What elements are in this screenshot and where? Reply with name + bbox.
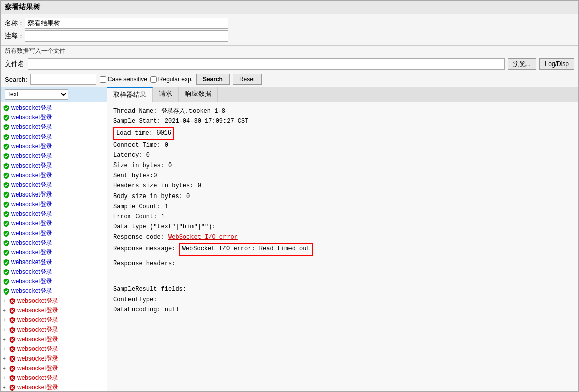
tree-item[interactable]: websocket登录 <box>1 122 107 132</box>
file-input[interactable] <box>28 58 505 70</box>
tree-item[interactable]: websocket登录 <box>1 190 107 200</box>
title-bar: 察看结果树 <box>1 1 578 14</box>
case-sensitive-checkbox[interactable] <box>100 76 106 83</box>
file-label: 文件名 <box>5 59 25 69</box>
tree-item[interactable]: + websocket登录 <box>1 383 107 391</box>
tab-sampler-result[interactable]: 取样器结果 <box>107 87 153 102</box>
tree-item[interactable]: + websocket登录 <box>1 296 107 306</box>
name-label: 名称： <box>5 19 25 28</box>
tree-item[interactable]: websocket登录 <box>1 219 107 228</box>
tree-item[interactable]: + websocket登录 <box>1 325 107 335</box>
tree-item[interactable]: websocket登录 <box>1 209 107 219</box>
comment-row: 注释： <box>5 30 574 42</box>
search-bar: Search: Case sensitive Regular exp. Sear… <box>1 72 578 87</box>
size-bytes-line: Size in bytes: 0 <box>113 161 572 171</box>
search-label: Search: <box>5 76 27 83</box>
name-input[interactable] <box>25 18 228 29</box>
headers-size-line: Headers size in bytes: 0 <box>113 181 572 191</box>
file-row: 文件名 浏览... Log/Disp <box>1 56 578 72</box>
content-type-line: ContentType: <box>113 295 572 305</box>
load-time-line: Load time: 6016 <box>113 127 572 140</box>
regular-exp-checkbox-label[interactable]: Regular exp. <box>150 76 193 83</box>
search-button[interactable]: Search <box>196 74 230 85</box>
case-sensitive-label: Case sensitive <box>108 76 147 83</box>
response-message-value: WebSocket I/O error: Read timed out <box>179 243 313 255</box>
right-panel: 取样器结果 请求 响应数据 Thread Name: 登录存入.tooken 1… <box>107 87 578 391</box>
reset-button[interactable]: Reset <box>233 74 262 85</box>
main-window: 察看结果树 名称： 注释： 所有数据写入一个文件 文件名 浏览... Log/D… <box>0 0 579 392</box>
tree-item[interactable]: websocket登录 <box>1 248 107 257</box>
sample-start-line: Sample Start: 2021-04-30 17:09:27 CST <box>113 117 572 126</box>
browse-button[interactable]: 浏览... <box>508 58 536 70</box>
form-section: 名称： 注释： <box>1 14 578 46</box>
tree-item[interactable]: websocket登录 <box>1 257 107 267</box>
tree-item[interactable]: websocket登录 <box>1 161 107 171</box>
data-type-line: Data type ("text"|"bin"|""): <box>113 222 572 232</box>
response-code-line: Response code: WebSocket I/O error <box>113 233 572 242</box>
response-code-prefix: Response code: <box>113 234 168 241</box>
data-encoding-line: DataEncoding: null <box>113 305 572 315</box>
tree-item[interactable]: + websocket登录 <box>1 335 107 344</box>
body-size-line: Body size in bytes: 0 <box>113 192 572 202</box>
tree-item[interactable]: + websocket登录 <box>1 306 107 315</box>
tree-item[interactable]: websocket登录 <box>1 142 107 151</box>
tab-response-data[interactable]: 响应数据 <box>179 87 218 102</box>
sample-result-line: SampleResult fields: <box>113 285 572 295</box>
logdisp-button[interactable]: Log/Disp <box>539 58 574 70</box>
regular-exp-checkbox[interactable] <box>150 76 157 83</box>
search-input[interactable] <box>30 74 96 85</box>
window-title: 察看结果树 <box>5 3 40 11</box>
tree-item[interactable]: websocket登录 <box>1 180 107 190</box>
comment-label: 注释： <box>5 31 25 41</box>
thread-name-line: Thread Name: 登录存入.tooken 1-8 <box>113 107 572 116</box>
tree-list[interactable]: websocket登录 websocket登录 websocket登录 webs… <box>1 102 107 391</box>
tree-item[interactable]: websocket登录 <box>1 113 107 122</box>
name-row: 名称： <box>5 18 574 29</box>
note-text: 所有数据写入一个文件 <box>1 46 578 56</box>
tree-item[interactable]: + websocket登录 <box>1 373 107 383</box>
main-area: Text RegExp Tester CSS/JQuery Tester JSO… <box>1 87 578 391</box>
error-count-line: Error Count: 1 <box>113 212 572 222</box>
tree-item[interactable]: + websocket登录 <box>1 315 107 325</box>
response-code-value: WebSocket I/O error <box>168 234 238 241</box>
tree-item[interactable]: + websocket登录 <box>1 354 107 364</box>
load-time-highlight: Load time: 6016 <box>113 127 174 140</box>
content-area: Thread Name: 登录存入.tooken 1-8 Sample Star… <box>107 102 578 391</box>
tree-item[interactable]: websocket登录 <box>1 151 107 161</box>
tree-item[interactable]: + websocket登录 <box>1 344 107 354</box>
response-msg-prefix: Response message: <box>113 245 179 252</box>
tree-item[interactable]: websocket登录 <box>1 171 107 180</box>
tree-item[interactable]: websocket登录 <box>1 103 107 113</box>
response-message-line: Response message: WebSocket I/O error: R… <box>113 243 572 255</box>
sent-bytes-line: Sent bytes:0 <box>113 171 572 181</box>
tree-item[interactable]: websocket登录 <box>1 277 107 286</box>
tree-item[interactable]: websocket登录 <box>1 238 107 248</box>
comment-input[interactable] <box>25 30 228 42</box>
sample-count-line: Sample Count: 1 <box>113 202 572 212</box>
tree-item[interactable]: websocket登录 <box>1 286 107 296</box>
left-panel-header: Text RegExp Tester CSS/JQuery Tester JSO… <box>1 87 107 102</box>
text-dropdown[interactable]: Text RegExp Tester CSS/JQuery Tester JSO… <box>5 89 68 100</box>
tab-request[interactable]: 请求 <box>153 87 179 102</box>
tree-item[interactable]: websocket登录 <box>1 267 107 277</box>
case-sensitive-checkbox-label[interactable]: Case sensitive <box>100 76 147 83</box>
connect-time-line: Connect Time: 0 <box>113 141 572 150</box>
left-panel: Text RegExp Tester CSS/JQuery Tester JSO… <box>1 87 107 391</box>
tree-item[interactable]: + websocket登录 <box>1 364 107 373</box>
response-headers-line: Response headers: <box>113 259 572 269</box>
tree-item[interactable]: websocket登录 <box>1 132 107 142</box>
spacer <box>113 269 572 284</box>
tabs-bar: 取样器结果 请求 响应数据 <box>107 87 578 102</box>
regular-exp-label: Regular exp. <box>158 76 193 83</box>
latency-line: Latency: 0 <box>113 151 572 160</box>
tree-item[interactable]: websocket登录 <box>1 200 107 209</box>
tree-item[interactable]: websocket登录 <box>1 228 107 238</box>
